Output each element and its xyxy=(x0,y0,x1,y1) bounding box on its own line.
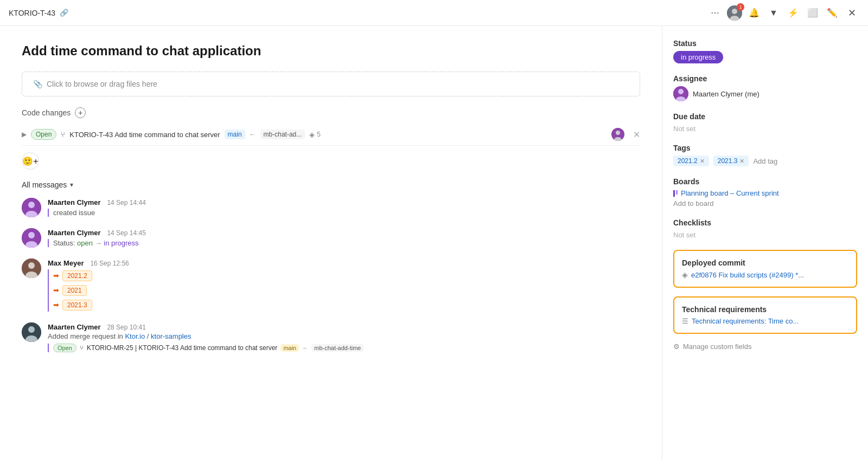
bottom-pr-status: Open xyxy=(53,344,76,352)
message-author: Max Meyer xyxy=(48,259,84,267)
pr-source-branch: mb-chat-ad... xyxy=(260,130,305,139)
tags-section: Tags 2021.2 ✕ 2021.3 ✕ Add tag xyxy=(673,144,857,166)
code-changes-label: Code changes xyxy=(22,108,71,117)
link-icon[interactable]: 🔗 xyxy=(60,9,68,17)
document-icon: ☰ xyxy=(682,317,688,325)
message-item: Maarten Clymer 14 Sep 14:44 created issu… xyxy=(22,198,640,217)
main-layout: Add time command to chat application 📎 C… xyxy=(0,26,868,459)
tag-badge-2021-2: 2021.2 xyxy=(62,270,92,281)
assignee-name: Maarten Clymer (me) xyxy=(693,90,760,98)
message-content: Max Meyer 16 Sep 12:56 ➡2021.2 ➡2021 ➡20… xyxy=(48,258,640,312)
bottom-pr-arrow: ← xyxy=(302,345,308,351)
tech-req-section: Technical requirements ☰ Technical requi… xyxy=(673,296,857,334)
more-options-button[interactable]: ⋯ xyxy=(707,5,723,21)
repo-link-samples[interactable]: ktor-samples xyxy=(151,332,191,340)
pr-status-badge: Open xyxy=(31,129,56,140)
bottom-pr-target-branch: main xyxy=(280,344,299,352)
messages-filter-header[interactable]: All messages ▾ xyxy=(22,176,640,189)
topbar-left: KTORIO-T-43 🔗 xyxy=(9,9,68,17)
due-date-label: Due date xyxy=(673,112,857,121)
status-in-progress: in progress xyxy=(104,239,138,247)
file-drop-zone[interactable]: 📎 Click to browse or drag files here xyxy=(22,72,640,96)
message-content: Maarten Clymer 14 Sep 14:44 created issu… xyxy=(48,198,640,217)
bottom-pr-git-icon: ⑂ xyxy=(80,344,84,352)
deployed-commit-label: Deployed commit xyxy=(682,258,848,267)
pr-expand-button[interactable]: ▶ xyxy=(22,131,27,138)
commit-hash-icon: ◈ xyxy=(682,270,688,279)
svg-point-13 xyxy=(28,262,35,269)
tag-2021-3: 2021.3 ✕ xyxy=(713,156,749,166)
pr-title: KTORIO-T-43 Add time command to chat ser… xyxy=(69,131,220,139)
issue-id: KTORIO-T-43 xyxy=(9,9,55,17)
notification-bell-button[interactable]: 🔔 xyxy=(746,5,762,21)
bottom-pr-title: KTORIO-MR-25 | KTORIO-T-43 Add time comm… xyxy=(87,344,277,352)
expand-button[interactable]: ⬜ xyxy=(805,5,820,21)
message-tags: ➡2021.2 ➡2021 ➡2021.3 xyxy=(48,269,640,312)
checklists-label: Checklists xyxy=(673,218,857,227)
board-icon xyxy=(673,190,678,197)
issue-title: Add time command to chat application xyxy=(22,43,640,59)
user-avatar-badge[interactable]: 1 xyxy=(727,5,742,21)
arrow-symbol: → xyxy=(95,239,104,247)
status-badge[interactable]: in progress xyxy=(673,51,723,63)
message-body: created issue xyxy=(48,209,640,217)
avatar xyxy=(22,322,41,342)
status-open: open xyxy=(77,239,93,247)
svg-point-7 xyxy=(28,202,35,208)
svg-point-10 xyxy=(28,232,35,238)
due-date-value: Not set xyxy=(673,125,695,133)
message-time: 28 Sep 10:41 xyxy=(107,324,145,331)
edit-button[interactable]: ✏️ xyxy=(825,5,840,21)
repo-link-ktor[interactable]: Ktor.io xyxy=(125,332,145,340)
manage-icon: ⚙ xyxy=(673,342,680,351)
notification-count: 1 xyxy=(737,3,744,11)
pr-author-avatar xyxy=(611,128,624,141)
board-item[interactable]: Planning board – Current sprint xyxy=(673,189,857,197)
code-changes-header: Code changes + xyxy=(22,107,640,118)
lightning-icon[interactable]: ⚡ xyxy=(786,5,801,21)
tech-req-value: Technical requirements: Time co... xyxy=(692,317,799,325)
content-area: Add time command to chat application 📎 C… xyxy=(0,26,662,459)
commit-value: e2f0876 Fix build scripts (#2499) *... xyxy=(691,271,804,279)
emoji-area: 🙂+ xyxy=(22,146,640,176)
tag-remove-button[interactable]: ✕ xyxy=(700,158,705,165)
assignee-row: Maarten Clymer (me) xyxy=(673,86,857,101)
commit-count: ◈ 5 xyxy=(309,131,321,139)
status-label: Status xyxy=(673,39,857,48)
tag-badge-2021: 2021 xyxy=(62,285,87,296)
checklists-value: Not set xyxy=(673,231,695,239)
avatar xyxy=(22,198,41,217)
add-to-board-button[interactable]: Add to board xyxy=(673,199,857,208)
tech-req-row: ☰ Technical requirements: Time co... xyxy=(682,317,848,325)
avatar xyxy=(22,228,41,248)
messages-filter-chevron: ▾ xyxy=(70,181,73,189)
commit-row: ◈ e2f0876 Fix build scripts (#2499) *... xyxy=(682,270,848,279)
notification-dropdown-button[interactable]: ▼ xyxy=(766,5,781,21)
checklists-section: Checklists Not set xyxy=(673,218,857,239)
close-button[interactable]: ✕ xyxy=(844,5,859,21)
message-body: Status: open → in progress xyxy=(48,239,640,247)
add-tag-button[interactable]: Add tag xyxy=(753,157,777,165)
tag-label: 2021.3 xyxy=(718,157,738,165)
commit-icon: ◈ xyxy=(309,131,315,139)
assignee-avatar xyxy=(673,86,688,101)
tags-label: Tags xyxy=(673,144,857,152)
tag-arrow: ➡ xyxy=(53,301,59,309)
message-item: Maarten Clymer 14 Sep 14:45 Status: open… xyxy=(22,228,640,248)
pr-close-button[interactable]: ✕ xyxy=(633,130,640,140)
git-merge-icon: ⑂ xyxy=(61,131,65,139)
file-drop-placeholder: Click to browse or drag files here xyxy=(47,80,157,88)
message-content: Maarten Clymer 14 Sep 14:45 Status: open… xyxy=(48,228,640,248)
add-code-change-button[interactable]: + xyxy=(75,107,86,118)
svg-point-19 xyxy=(678,89,684,94)
assignee-section: Assignee Maarten Clymer (me) xyxy=(673,74,857,101)
assignee-label: Assignee xyxy=(673,74,857,83)
boards-label: Boards xyxy=(673,177,857,186)
manage-custom-fields-button[interactable]: ⚙ Manage custom fields xyxy=(673,342,857,351)
tag-remove-button[interactable]: ✕ xyxy=(739,158,744,165)
emoji-reaction-button[interactable]: 🙂+ xyxy=(22,152,39,170)
tech-req-label: Technical requirements xyxy=(682,305,848,314)
status-section: Status in progress xyxy=(673,39,857,63)
message-time: 16 Sep 12:56 xyxy=(90,260,129,267)
tag-arrow: ➡ xyxy=(53,286,59,294)
